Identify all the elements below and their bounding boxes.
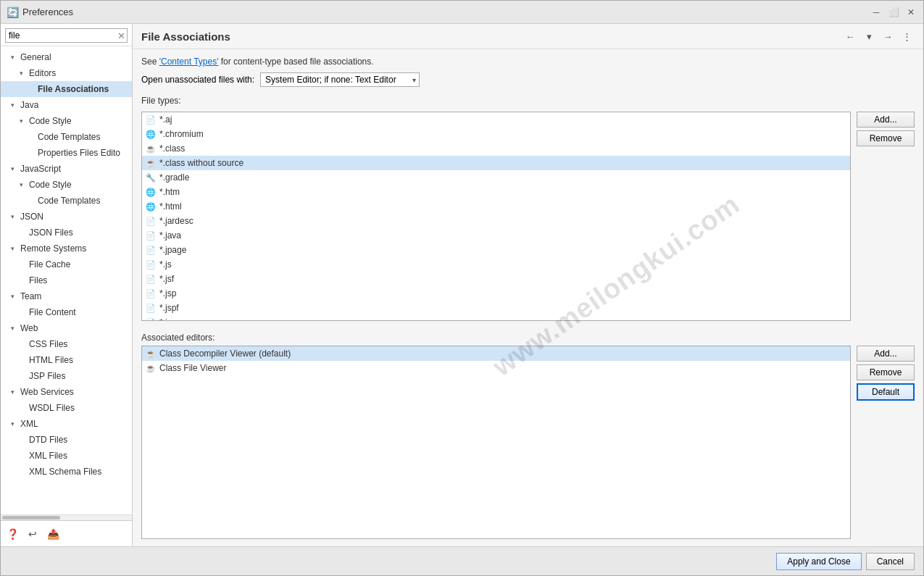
sidebar-item-xml-schema-files[interactable]: XML Schema Files — [1, 464, 132, 480]
associated-editors-panel: ☕ Class Decompiler Viewer (default) ☕ Cl… — [141, 346, 851, 539]
sidebar-item-file-associations[interactable]: File Associations — [1, 81, 132, 97]
sidebar-item-json-files[interactable]: JSON Files — [1, 225, 132, 241]
list-item[interactable]: 🌐 *.html — [142, 199, 850, 214]
file-icon: 📄 — [145, 288, 157, 299]
search-input[interactable] — [9, 30, 117, 41]
assoc-remove-button[interactable]: Remove — [857, 364, 915, 380]
sidebar-item-code-templates-java[interactable]: Code Templates — [1, 129, 132, 145]
sidebar-item-wsdl-files[interactable]: WSDL Files — [1, 400, 132, 416]
info-line: See 'Content Types' for content-type bas… — [141, 57, 915, 67]
list-item[interactable]: 📄 *.aj — [142, 112, 850, 127]
list-item[interactable]: 📄 *.jardesc — [142, 214, 850, 228]
sidebar-item-web-services[interactable]: ▾ Web Services — [1, 384, 132, 400]
cancel-button[interactable]: Cancel — [866, 553, 915, 570]
file-icon: 📄 — [145, 302, 157, 314]
list-item[interactable]: 🌐 *.htm — [142, 185, 850, 199]
file-types-remove-button[interactable]: Remove — [857, 130, 915, 146]
assoc-add-button[interactable]: Add... — [857, 346, 915, 362]
list-item[interactable]: 🔧 *.gradle — [142, 170, 850, 185]
sidebar-item-java[interactable]: ▾ Java — [1, 97, 132, 113]
sidebar-item-files[interactable]: Files — [1, 272, 132, 288]
sidebar-scrollbar[interactable] — [1, 514, 132, 520]
list-item[interactable]: 📄 *.java — [142, 228, 850, 243]
list-item[interactable]: 📄 *.jspx — [142, 315, 850, 320]
sidebar-item-file-cache[interactable]: File Cache — [1, 256, 132, 272]
sidebar-item-jsp-files[interactable]: JSP Files — [1, 368, 132, 384]
restore-defaults-icon[interactable]: ↩ — [25, 527, 40, 541]
associated-editors-section: Associated editors: ☕ Class Decompiler V… — [141, 330, 915, 539]
open-with-dropdown-wrap: System Editor; if none: Text Editor Text… — [260, 72, 420, 87]
help-icon[interactable]: ❓ — [5, 527, 20, 541]
back-button[interactable]: ← — [842, 28, 858, 44]
expand-arrow — [20, 309, 27, 316]
list-item[interactable]: 📄 *.jpage — [142, 243, 850, 257]
bottom-section: Associated editors: ☕ Class Decompiler V… — [141, 330, 915, 539]
expand-arrow: ▾ — [20, 181, 27, 188]
apply-close-button[interactable]: Apply and Close — [776, 553, 861, 570]
close-button[interactable]: ✕ — [904, 6, 917, 19]
content-header: File Associations ← ▾ → ⋮ — [133, 24, 923, 49]
open-with-row: Open unassociated files with: System Edi… — [141, 72, 915, 87]
sidebar-item-remote-systems[interactable]: ▾ Remote Systems — [1, 241, 132, 256]
dropdown-button[interactable]: ▾ — [861, 28, 877, 44]
expand-arrow — [20, 261, 27, 268]
expand-arrow — [20, 404, 27, 412]
file-icon: 📄 — [145, 259, 157, 270]
sidebar-item-editors[interactable]: ▾ Editors — [1, 65, 132, 81]
sidebar-bottom-bar: ❓ ↩ 📤 — [1, 520, 132, 546]
list-item[interactable]: 🌐 *.chromium — [142, 127, 850, 141]
content-types-link[interactable]: 'Content Types' — [159, 57, 219, 67]
list-item[interactable]: 📄 *.jsf — [142, 272, 850, 286]
sidebar-item-code-style-java[interactable]: ▾ Code Style — [1, 113, 132, 129]
file-types-label: File types: — [141, 96, 915, 106]
list-item[interactable]: 📄 *.jsp — [142, 286, 850, 301]
expand-arrow: ▾ — [11, 293, 18, 300]
sidebar-item-xml[interactable]: ▾ XML — [1, 416, 132, 432]
expand-arrow — [28, 149, 36, 156]
sidebar-item-general[interactable]: ▾ General — [1, 49, 132, 65]
forward-button[interactable]: → — [880, 28, 896, 44]
list-item[interactable]: 📄 *.jspf — [142, 301, 850, 315]
sidebar-item-css-files[interactable]: CSS Files — [1, 336, 132, 352]
file-icon: 📄 — [145, 215, 157, 227]
open-with-dropdown[interactable]: System Editor; if none: Text Editor Text… — [260, 72, 420, 87]
associated-editor-item[interactable]: ☕ Class File Viewer — [142, 361, 850, 375]
sidebar-item-file-content[interactable]: File Content — [1, 304, 132, 320]
associated-editor-item[interactable]: ☕ Class Decompiler Viewer (default) — [142, 346, 850, 361]
file-types-add-button[interactable]: Add... — [857, 112, 915, 128]
sidebar-item-dtd-files[interactable]: DTD Files — [1, 432, 132, 448]
sidebar-item-code-templates-js[interactable]: Code Templates — [1, 193, 132, 209]
expand-arrow — [20, 436, 27, 443]
file-icon: 🌐 — [145, 201, 157, 212]
sidebar-item-code-style-js[interactable]: ▾ Code Style — [1, 177, 132, 193]
open-with-label: Open unassociated files with: — [141, 75, 254, 85]
preferences-window: 🔄 Preferences ─ ⬜ ✕ ✕ ▾ General — [0, 0, 924, 576]
content-toolbar: ← ▾ → ⋮ — [842, 28, 915, 44]
expand-arrow: ▾ — [11, 245, 18, 252]
sidebar-item-json[interactable]: ▾ JSON — [1, 209, 132, 225]
associated-editors-label: Associated editors: — [141, 333, 915, 343]
footer-bar: Apply and Close Cancel — [1, 546, 923, 575]
associated-editors-row: ☕ Class Decompiler Viewer (default) ☕ Cl… — [141, 346, 915, 539]
list-item[interactable]: 📄 *.js — [142, 257, 850, 272]
search-clear-icon[interactable]: ✕ — [117, 31, 125, 41]
minimize-button[interactable]: ─ — [870, 6, 883, 19]
assoc-default-button[interactable]: Default — [857, 383, 915, 401]
sidebar-item-xml-files[interactable]: XML Files — [1, 448, 132, 464]
list-item-selected[interactable]: ☕ *.class without source — [142, 156, 850, 170]
expand-arrow: ▾ — [11, 165, 18, 172]
file-icon: 📄 — [145, 230, 157, 241]
expand-arrow — [20, 229, 27, 236]
list-item[interactable]: ☕ *.class — [142, 141, 850, 156]
export-icon[interactable]: 📤 — [46, 527, 60, 541]
sidebar-item-properties-files[interactable]: Properties Files Edito — [1, 145, 132, 161]
expand-arrow — [20, 452, 27, 459]
more-button[interactable]: ⋮ — [899, 28, 915, 44]
sidebar-item-html-files[interactable]: HTML Files — [1, 352, 132, 368]
sidebar-item-team[interactable]: ▾ Team — [1, 288, 132, 304]
maximize-button[interactable]: ⬜ — [887, 6, 900, 19]
app-icon: 🔄 — [7, 7, 18, 18]
sidebar-item-web[interactable]: ▾ Web — [1, 320, 132, 336]
sidebar-item-javascript[interactable]: ▾ JavaScript — [1, 161, 132, 177]
expand-arrow: ▾ — [11, 54, 18, 61]
